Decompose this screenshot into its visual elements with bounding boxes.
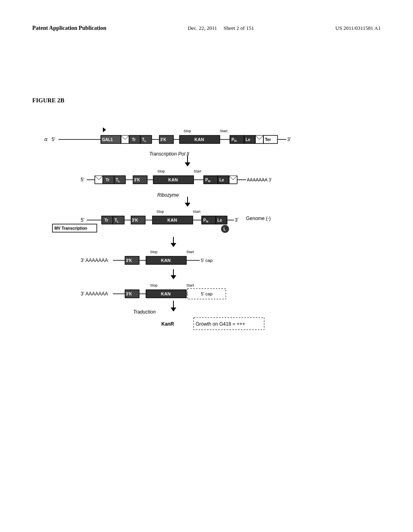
stop-label-r3: Stop [156, 210, 164, 214]
kanr-label: KanR [161, 321, 174, 327]
row2-polyA: AAAAAAA 3' [247, 177, 272, 182]
start-label-r3: Start [193, 210, 201, 214]
row3-5prime: 5' [81, 217, 84, 223]
row2-5prime: 5' [81, 177, 84, 183]
header-sheet: Sheet 2 of 151 [223, 25, 254, 31]
alpha-label: α [44, 136, 48, 142]
row1-5prime: 5' [52, 137, 55, 142]
stop-label-r4: Stop [150, 250, 158, 254]
notch-r2 [95, 176, 103, 180]
row1-3prime: 3' [287, 137, 291, 142]
genome-neg-label: Genome (-) [246, 216, 271, 221]
ribozyme-label: Ribozyme [157, 192, 179, 198]
kan-label-r1: KAN [194, 137, 204, 142]
arrow-ribozyme-head [185, 203, 190, 207]
figure-label: FIGURE 2B [32, 97, 381, 104]
3k-label-r4: 3'K [126, 258, 132, 263]
stop-label-r2: Stop [157, 169, 165, 173]
transcription-polii-label: Transcription Pol II [149, 151, 190, 157]
3k-label-r3: 3'K [132, 218, 138, 222]
figure-container: α 5' GAL1 Tr TL 3'K [40, 112, 389, 374]
ter-label-r1: Ter [265, 137, 271, 142]
notch2-r2 [229, 176, 237, 180]
patent-application-publication: Patent Application Publication [32, 25, 106, 31]
header-left: Patent Application Publication [32, 24, 106, 32]
tr-label-r2: Tr [106, 178, 110, 182]
kan-label-r2: KAN [168, 177, 178, 182]
3k-label-r2: 3'K [134, 178, 140, 182]
header-patent-number: US 2011/0311581 A1 [336, 25, 381, 31]
tr-label-r3: Tr [104, 218, 108, 222]
le-label-r3: Le [217, 218, 222, 222]
row5-3prime: 3' AAAAAAA [81, 291, 108, 297]
start-label-r2: Start [194, 169, 202, 173]
kan-label-r5: KAN [161, 291, 171, 296]
notch1 [121, 135, 129, 139]
start-label-r5: Start [186, 283, 194, 287]
arrow-mv-head [171, 243, 176, 247]
start-label-r4: Start [186, 250, 194, 254]
arrow-traduction-head [171, 308, 176, 312]
traduction-label: Traduction [133, 309, 156, 315]
notch2-r1 [255, 135, 263, 139]
header: Patent Application Publication Dec. 22, … [32, 24, 381, 33]
arrow-polii-head [185, 162, 190, 166]
row4-5cap: 5' cap [201, 258, 213, 263]
3k-label-r1: 3'K [160, 137, 167, 142]
row5-5cap: 5' cap [201, 291, 213, 296]
L-label: L [223, 227, 226, 231]
growth-label: Growth on G418 = +++ [196, 321, 245, 327]
row3-3prime: 3' [235, 217, 238, 223]
arrow-row4-head [171, 275, 176, 279]
start-label-r1: Start [220, 129, 228, 133]
page: Patent Application Publication Dec. 22, … [0, 0, 413, 532]
promoter-arrow [103, 127, 106, 132]
le-label-r2: Le [219, 178, 224, 182]
stop-label-r5: Stop [150, 283, 158, 287]
3k-label-r5: 3'K [126, 292, 132, 296]
stop-label-r1: Stop [184, 129, 191, 133]
gal1-label: GAL1 [102, 137, 113, 142]
figure-svg: α 5' GAL1 Tr TL 3'K [40, 112, 371, 374]
tr-label-r1: Tr [132, 137, 136, 142]
kan-label-r4: KAN [161, 258, 171, 263]
le-label-r1: Le [246, 137, 250, 142]
mv-transcription-label: MV Transcription [54, 226, 87, 231]
row4-3prime: 3' AAAAAAA [81, 258, 108, 263]
header-center: Dec. 22, 2011 Sheet 2 of 151 [188, 24, 254, 33]
header-right: US 2011/0311581 A1 [336, 24, 381, 33]
kan-label-r3: KAN [167, 218, 177, 222]
header-date: Dec. 22, 2011 [188, 25, 217, 31]
